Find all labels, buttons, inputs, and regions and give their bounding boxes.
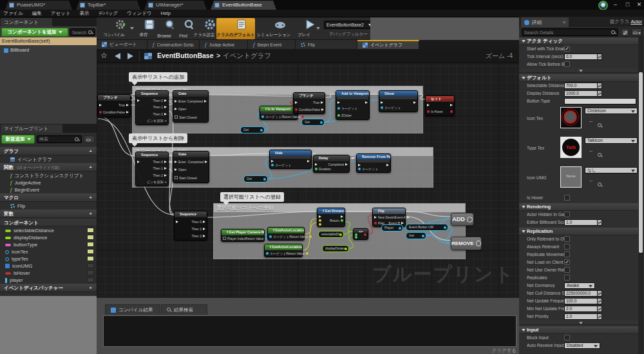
minimize-button[interactable]: – bbox=[611, 1, 620, 8]
node-18[interactable]: f Get Distance ToReturn bbox=[317, 208, 345, 227]
property-checkbox[interactable] bbox=[564, 335, 570, 340]
use-asset-arrow-icon[interactable]: ← bbox=[589, 118, 594, 124]
data-pin[interactable] bbox=[261, 115, 264, 118]
filter-visibility-button[interactable] bbox=[84, 135, 95, 143]
data-pin[interactable] bbox=[295, 108, 298, 111]
toolbar-button-browse[interactable]: Browse bbox=[155, 18, 174, 39]
add-icon[interactable]: + bbox=[90, 284, 92, 292]
exec-pin[interactable] bbox=[358, 164, 361, 166]
window-tab-1[interactable]: PuaseUMG* bbox=[5, 1, 72, 10]
exec-pin[interactable] bbox=[319, 215, 321, 218]
exec-pin[interactable] bbox=[315, 163, 317, 166]
property-numeric-field[interactable]: 100.0 bbox=[564, 298, 598, 304]
browse-asset-button[interactable] bbox=[598, 178, 602, 190]
property-checkbox[interactable] bbox=[564, 267, 570, 273]
spinner-icon[interactable] bbox=[598, 313, 602, 320]
visibility-eye-icon[interactable] bbox=[87, 263, 94, 268]
exec-pin[interactable] bbox=[175, 100, 177, 103]
exec-pin[interactable] bbox=[365, 101, 368, 104]
add-pin-icon[interactable]: + bbox=[164, 119, 167, 123]
favorite-star-icon[interactable]: ☆ bbox=[100, 51, 108, 60]
menu-item-1[interactable]: ファイル bbox=[3, 10, 23, 17]
node-12[interactable]: DelayCompletedDuration bbox=[313, 155, 350, 173]
menu-item-6[interactable]: ウィンドウ bbox=[127, 10, 151, 17]
variable-displayDistance[interactable]: displayDistance bbox=[0, 234, 97, 241]
blueprint-item-2[interactable]: イベントグラフ bbox=[0, 156, 97, 163]
asset-dropdown[interactable]: CircleIcon bbox=[585, 108, 638, 114]
node-1[interactable]: ブランチTrueConditionFalse bbox=[97, 94, 131, 117]
exec-pin[interactable] bbox=[164, 167, 167, 170]
variable-pill-5[interactable]: displayDistance bbox=[322, 245, 349, 252]
spinner-icon[interactable] bbox=[598, 290, 602, 297]
blueprint-item-8[interactable]: Flip bbox=[0, 202, 97, 210]
pill-out-pin[interactable] bbox=[345, 248, 347, 250]
property-checkbox[interactable] bbox=[564, 211, 570, 217]
pill-out-pin[interactable] bbox=[320, 121, 323, 124]
node-3[interactable]: GateEnterCompletedOpenStart Closed bbox=[173, 90, 209, 123]
property-checkbox[interactable] bbox=[564, 61, 570, 67]
node-13[interactable]: Remove From Parentターゲット bbox=[356, 153, 391, 173]
data-pin[interactable] bbox=[271, 164, 274, 166]
property-checkbox[interactable] bbox=[564, 195, 570, 201]
exec-pin[interactable] bbox=[203, 235, 205, 237]
property-numeric-field[interactable]: 2.0 bbox=[564, 306, 598, 312]
collapsed-node-remove[interactable]: REMOVE bbox=[451, 237, 482, 250]
toolbar-button-find[interactable]: Find bbox=[175, 18, 192, 39]
use-asset-arrow-icon[interactable]: ← bbox=[589, 148, 594, 153]
exec-pin[interactable] bbox=[321, 108, 324, 111]
window-tab-3[interactable]: UIManager* bbox=[144, 1, 207, 10]
property-numeric-field[interactable]: 700.0 bbox=[564, 83, 598, 89]
spinner-icon[interactable] bbox=[598, 54, 602, 60]
variable-buttonType[interactable]: buttonType bbox=[0, 241, 97, 248]
node-6[interactable]: Add to ViewportターゲットZOrder bbox=[336, 90, 370, 120]
node-19[interactable]: <= bbox=[353, 228, 368, 240]
value-box[interactable] bbox=[223, 237, 226, 240]
variable-iconUMG[interactable]: iconUMG bbox=[0, 262, 97, 270]
data-pin[interactable] bbox=[381, 106, 383, 109]
spinner-icon[interactable] bbox=[598, 306, 602, 312]
data-pin[interactable] bbox=[427, 110, 430, 113]
exec-pin[interactable] bbox=[307, 160, 310, 162]
data-pin[interactable] bbox=[358, 168, 361, 170]
toolbar-button-gear[interactable]: クラス設定 bbox=[193, 18, 215, 39]
node-11[interactable]: Hideターゲット bbox=[269, 150, 312, 169]
property-text-field[interactable] bbox=[564, 98, 636, 104]
node-17[interactable]: f GetActorLocationターゲットReturn Value bbox=[264, 244, 303, 257]
section-header-関数[interactable]: 関数 (15 オーバーライド可能)+ bbox=[0, 163, 97, 172]
variable-pill-3[interactable]: Get bbox=[243, 175, 268, 182]
window-tab-4[interactable]: EventButtonBase bbox=[211, 1, 276, 10]
visibility-eye-icon[interactable] bbox=[87, 242, 94, 247]
toolbar-button-classdef[interactable]: クラスのデフォルト bbox=[216, 18, 255, 39]
tab-my-blueprint[interactable]: マイブループリント bbox=[1, 124, 62, 133]
pill-out-pin[interactable] bbox=[339, 233, 342, 236]
data-pin[interactable] bbox=[301, 115, 304, 118]
value-box[interactable] bbox=[175, 176, 178, 179]
components-search-input[interactable]: Search bbox=[70, 28, 95, 36]
node-4[interactable]: f Is In ViewportターゲットReturn Value bbox=[260, 106, 298, 120]
property-checkbox[interactable]: ✓ bbox=[564, 259, 570, 265]
pill-out-pin[interactable] bbox=[260, 129, 263, 132]
blueprint-item-4[interactable]: fコンストラクションスクリプト bbox=[0, 172, 97, 179]
spinner-icon[interactable] bbox=[598, 83, 602, 89]
close-button[interactable]: ✕ bbox=[634, 1, 644, 8]
node-15[interactable]: f Get Player Camera ManagerPlayer IndexR… bbox=[221, 229, 265, 242]
exec-pin[interactable] bbox=[337, 101, 340, 104]
details-search-input[interactable]: Search Details bbox=[522, 28, 618, 36]
property-checkbox[interactable] bbox=[564, 251, 570, 257]
section-header-変数[interactable]: 変数+ bbox=[0, 210, 97, 218]
display-filter-button[interactable] bbox=[631, 28, 642, 36]
exec-pin[interactable] bbox=[295, 101, 298, 104]
variable-iconTex[interactable]: iconTex bbox=[0, 248, 97, 255]
node-16[interactable]: f GetActorLocationターゲットReturn Value bbox=[267, 227, 305, 241]
exec-pin[interactable] bbox=[137, 99, 140, 102]
value-box[interactable] bbox=[175, 115, 178, 119]
exec-pin[interactable] bbox=[176, 221, 178, 223]
spinner-icon[interactable] bbox=[598, 90, 602, 97]
doc-tab-1[interactable]: ビューポート bbox=[97, 40, 147, 49]
data-pin[interactable] bbox=[309, 235, 312, 238]
exec-pin[interactable] bbox=[137, 161, 140, 163]
exec-pin[interactable] bbox=[345, 163, 348, 166]
exec-pin[interactable] bbox=[407, 216, 410, 219]
clear-button[interactable]: クリアする bbox=[480, 348, 516, 354]
variable-player[interactable]: player bbox=[0, 277, 97, 284]
